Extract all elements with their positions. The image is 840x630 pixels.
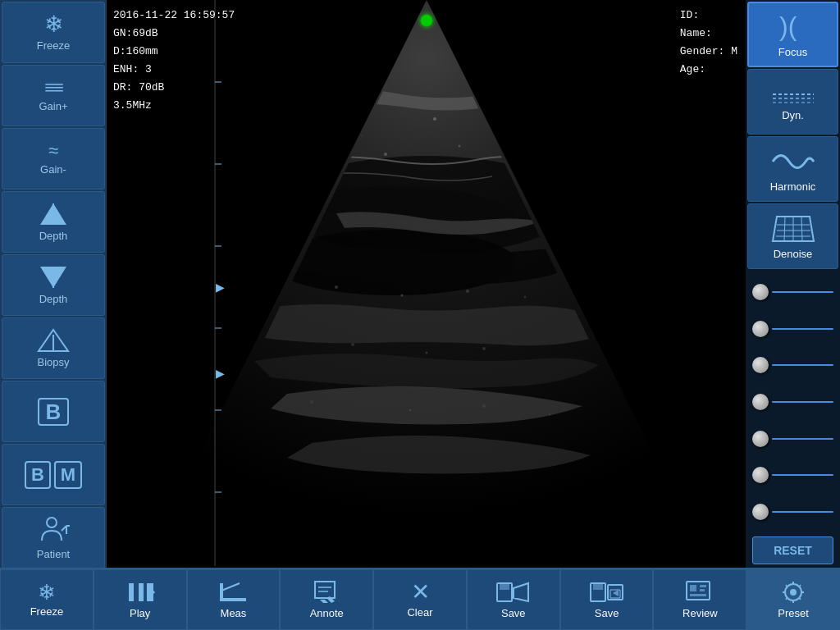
focus-icon: )( (773, 11, 814, 43)
svg-rect-64 (593, 583, 603, 590)
clear-icon: ✕ (411, 581, 430, 604)
svg-point-28 (409, 409, 412, 412)
svg-point-14 (433, 117, 436, 121)
reset-button[interactable]: RESET (752, 536, 834, 564)
review-button[interactable]: Review (653, 569, 746, 630)
depth-up-button[interactable]: Depth (2, 191, 105, 253)
slider-line-3 (772, 364, 833, 366)
meas-button[interactable]: Meas (187, 569, 281, 630)
slider-knob-5[interactable] (752, 431, 769, 447)
save1-label: Save (501, 607, 526, 619)
focus-label: Focus (778, 46, 807, 58)
sliders-section (747, 271, 838, 533)
svg-text:▶: ▶ (216, 367, 225, 380)
svg-rect-58 (315, 582, 335, 598)
depth-up-icon (37, 202, 70, 226)
svg-rect-55 (220, 598, 246, 601)
preset-label: Preset (778, 607, 809, 619)
dr-text: DR: 70dB (113, 79, 235, 97)
annote-icon (312, 580, 341, 605)
harmonic-button[interactable]: Harmonic (747, 136, 838, 202)
save1-icon (495, 580, 532, 605)
slider-7 (747, 504, 838, 520)
gain-minus-label: Gain- (40, 163, 66, 176)
preset-button[interactable]: Preset (746, 569, 840, 630)
clear-label: Clear (407, 606, 432, 619)
focus-button[interactable]: )( Focus (747, 2, 838, 67)
bm-mode-button[interactable]: B M (2, 444, 105, 505)
gn-text: GN:69dB (113, 25, 235, 43)
annote-button[interactable]: Annote (280, 569, 373, 630)
save2-label: Save (595, 607, 619, 619)
svg-point-22 (466, 290, 469, 293)
denoise-icon (769, 212, 818, 245)
save2-icon (589, 580, 625, 605)
biopsy-icon (37, 328, 70, 353)
slider-line-5 (772, 438, 833, 440)
svg-point-24 (351, 343, 354, 346)
svg-point-17 (319, 147, 322, 149)
b-mode-button[interactable]: B (2, 381, 105, 442)
slider-knob-4[interactable] (752, 394, 769, 410)
svg-point-74 (790, 589, 797, 596)
save1-button[interactable]: Save (467, 569, 560, 630)
patient-button[interactable]: Patient (2, 507, 105, 568)
svg-rect-51 (129, 583, 134, 601)
slider-knob-3[interactable] (752, 357, 769, 373)
patient-label: Patient (37, 548, 70, 560)
d-text: D:160mm (113, 43, 235, 61)
slider-knob-2[interactable] (752, 321, 769, 337)
svg-point-6 (47, 518, 57, 527)
svg-line-57 (221, 583, 240, 591)
depth-down-icon (37, 265, 70, 290)
svg-point-18 (384, 153, 387, 156)
freeze-toolbar-button[interactable]: ❄ Freeze (0, 569, 94, 630)
clear-button[interactable]: ✕ Clear (373, 569, 467, 630)
id-text: ID: (680, 7, 737, 25)
play-label: Play (130, 607, 150, 619)
slider-1 (747, 284, 838, 300)
freeze-label: Freeze (37, 39, 70, 52)
svg-point-23 (524, 296, 527, 299)
dyn-label: Dyn. (782, 109, 804, 121)
meas-label: Meas (221, 607, 247, 619)
slider-5 (747, 431, 838, 447)
svg-text:▶: ▶ (216, 281, 225, 294)
gain-plus-icon: ≡≡ (44, 79, 62, 97)
svg-rect-72 (690, 594, 706, 596)
slider-line-6 (772, 474, 833, 476)
gain-minus-button[interactable]: ≈ Gain- (2, 128, 105, 189)
review-label: Review (682, 607, 718, 619)
slider-knob-7[interactable] (752, 504, 769, 520)
slider-3 (747, 357, 838, 373)
slider-line-4 (772, 401, 833, 403)
right-sidebar: )( Focus Dyn. Harmonic (746, 0, 840, 568)
freeze-button[interactable]: ❄ Freeze (2, 2, 105, 63)
depth-down-button[interactable]: Depth (2, 254, 105, 316)
biopsy-label: Biopsy (37, 356, 69, 368)
center-display: ▶ ▶ 2016-11-22 16:59:57 GN:69dB D:160mm … (107, 0, 746, 568)
svg-rect-56 (220, 583, 223, 601)
bm-icons: B M (25, 461, 82, 489)
slider-knob-1[interactable] (752, 284, 769, 300)
slider-4 (747, 394, 838, 410)
svg-rect-52 (139, 583, 144, 601)
left-sidebar: ❄ Freeze ≡≡ Gain+ ≈ Gain- Depth Depth (0, 0, 107, 568)
biopsy-button[interactable]: Biopsy (2, 317, 105, 379)
denoise-button[interactable]: Denoise (747, 203, 838, 269)
svg-line-50 (801, 217, 802, 241)
gain-plus-button[interactable]: ≡≡ Gain+ (2, 65, 105, 126)
age-text: Age: (680, 61, 737, 79)
name-text: Name: (680, 25, 737, 43)
slider-knob-6[interactable] (752, 467, 769, 483)
play-button[interactable]: Play (94, 569, 187, 630)
meas-icon (218, 580, 248, 605)
slider-line-7 (772, 511, 833, 513)
svg-line-48 (784, 217, 785, 241)
svg-point-12 (294, 121, 297, 125)
svg-rect-62 (500, 583, 509, 590)
save2-button[interactable]: Save (560, 569, 654, 630)
dyn-button[interactable]: Dyn. (747, 69, 838, 135)
b-mode-icon: B (38, 398, 70, 426)
harmonic-label: Harmonic (770, 180, 816, 193)
